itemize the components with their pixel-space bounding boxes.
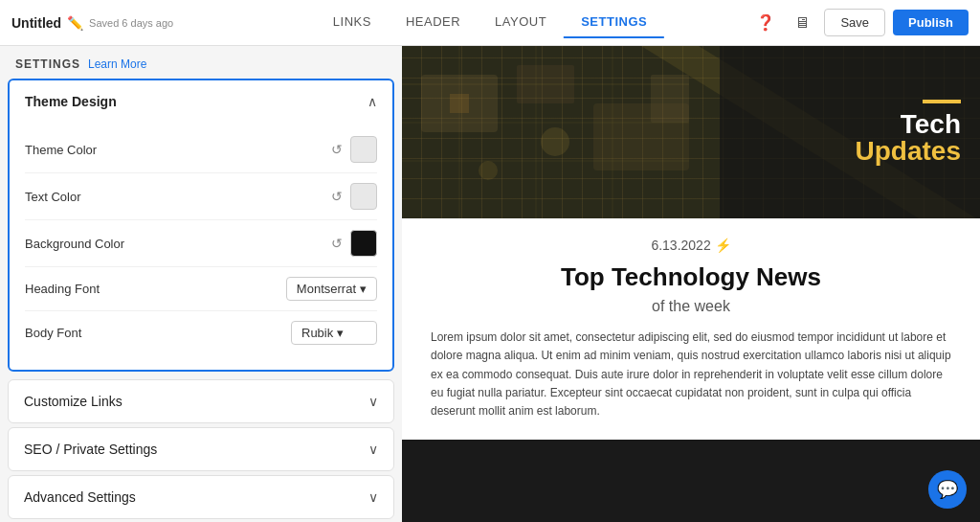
theme-design-content: Theme Color ↺ Text Color ↺ Bac (10, 123, 392, 370)
svg-point-5 (479, 161, 498, 180)
seo-private-title: SEO / Private Settings (24, 442, 157, 457)
heading-font-chevron-icon: ▾ (360, 282, 367, 296)
hero-overlay: Tech Updates (720, 46, 980, 218)
preview-body-text: Lorem ipsum dolor sit amet, consectetur … (431, 329, 951, 420)
body-font-label: Body Font (25, 326, 81, 340)
tab-header[interactable]: HEADER (389, 7, 478, 38)
seo-private-section: SEO / Private Settings ∨ (8, 427, 394, 471)
save-status: Saved 6 days ago (89, 17, 173, 29)
tab-links[interactable]: LINKS (316, 7, 389, 38)
top-bar: Untitled ✏️ Saved 6 days ago LINKS HEADE… (0, 0, 980, 46)
edit-icon[interactable]: ✏️ (67, 15, 83, 31)
panel-header: SETTINGS Learn More (0, 46, 402, 79)
page-title: Untitled (11, 15, 61, 31)
preview-subheadline: of the week (431, 298, 951, 315)
theme-color-row: Theme Color ↺ (25, 126, 377, 173)
body-font-controls: Rubik ▾ (291, 321, 377, 345)
hero-yellow-bar (923, 100, 961, 103)
text-color-swatch[interactable] (350, 183, 377, 210)
publish-button[interactable]: Publish (893, 10, 969, 35)
advanced-settings-title: Advanced Settings (24, 489, 136, 505)
headline-line1: Top Technology News (561, 262, 821, 291)
tab-settings[interactable]: SETTINGS (564, 7, 664, 38)
body-font-row: Body Font Rubik ▾ (25, 311, 377, 354)
preview-panel: Tech Updates 6.13.2022 ⚡ Top Technology … (402, 46, 980, 522)
hero-tech-text: Tech (901, 111, 961, 138)
theme-color-reset-icon[interactable]: ↺ (331, 142, 343, 157)
hero-updates-text: Updates (856, 138, 961, 165)
panel-title: SETTINGS (15, 57, 80, 71)
preview-hero: Tech Updates (402, 46, 980, 218)
heading-font-controls: Montserrat ▾ (286, 277, 377, 301)
save-button[interactable]: Save (824, 9, 885, 36)
background-color-label: Background Color (25, 237, 124, 251)
circuit-background: Tech Updates (402, 46, 980, 218)
seo-private-header[interactable]: SEO / Private Settings ∨ (9, 428, 393, 470)
theme-color-controls: ↺ (331, 136, 377, 163)
svg-point-4 (541, 127, 569, 156)
top-bar-right: ❓ 🖥 Save Publish (751, 9, 969, 37)
svg-rect-6 (651, 75, 689, 123)
main-layout: SETTINGS Learn More Theme Design ∧ Theme… (0, 46, 980, 522)
preview-headline: Top Technology News (431, 262, 951, 292)
chevron-up-icon: ∧ (368, 94, 377, 109)
learn-more-link[interactable]: Learn More (88, 57, 146, 71)
advanced-settings-chevron-icon: ∨ (368, 489, 378, 505)
body-font-chevron-icon: ▾ (337, 326, 367, 340)
seo-private-chevron-icon: ∨ (368, 442, 378, 457)
text-color-reset-icon[interactable]: ↺ (331, 189, 343, 204)
heading-font-value: Montserrat (297, 282, 356, 296)
heading-font-row: Heading Font Montserrat ▾ (25, 267, 377, 311)
customize-links-title: Customize Links (24, 394, 122, 409)
preview-content: 6.13.2022 ⚡ Top Technology News of the w… (402, 218, 980, 440)
customize-links-header[interactable]: Customize Links ∨ (9, 380, 393, 422)
heading-font-label: Heading Font (25, 282, 100, 296)
advanced-settings-section: Advanced Settings ∨ (8, 475, 394, 519)
body-font-select[interactable]: Rubik ▾ (291, 321, 377, 345)
customize-links-chevron-icon: ∨ (368, 394, 378, 409)
date-text: 6.13.2022 (651, 238, 710, 253)
theme-design-title: Theme Design (25, 94, 117, 109)
tab-bar: LINKS HEADER LAYOUT SETTINGS (316, 7, 664, 38)
body-font-value: Rubik (301, 326, 333, 340)
advanced-settings-header[interactable]: Advanced Settings ∨ (9, 476, 393, 518)
preview-icon[interactable]: 🖥 (788, 9, 816, 37)
help-icon[interactable]: ❓ (751, 9, 780, 37)
lightning-icon: ⚡ (715, 238, 731, 253)
text-color-label: Text Color (25, 190, 81, 204)
background-color-swatch[interactable] (350, 230, 377, 257)
tab-layout[interactable]: LAYOUT (478, 7, 564, 38)
preview-date: 6.13.2022 ⚡ (431, 238, 951, 253)
theme-color-label: Theme Color (25, 143, 97, 157)
left-panel: SETTINGS Learn More Theme Design ∧ Theme… (0, 46, 402, 522)
theme-design-card: Theme Design ∧ Theme Color ↺ Text Color … (8, 79, 394, 372)
background-color-controls: ↺ (331, 230, 377, 257)
top-bar-left: Untitled ✏️ Saved 6 days ago (11, 15, 173, 31)
background-color-row: Background Color ↺ (25, 220, 377, 267)
chat-bubble[interactable]: 💬 (928, 470, 967, 509)
background-color-reset-icon[interactable]: ↺ (331, 236, 343, 251)
theme-color-swatch[interactable] (350, 136, 377, 163)
theme-design-header[interactable]: Theme Design ∧ (10, 80, 392, 123)
heading-font-select[interactable]: Montserrat ▾ (286, 277, 377, 301)
text-color-row: Text Color ↺ (25, 173, 377, 220)
text-color-controls: ↺ (331, 183, 377, 210)
customize-links-section: Customize Links ∨ (8, 379, 394, 423)
